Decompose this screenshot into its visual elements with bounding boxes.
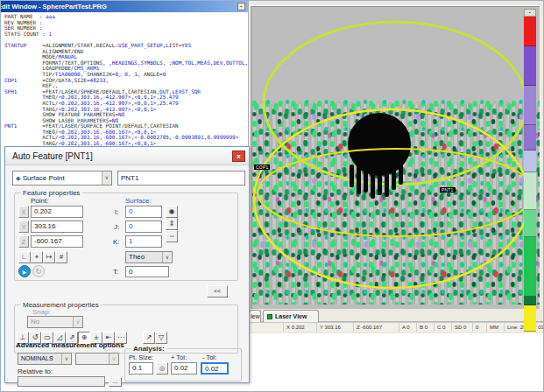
j-input[interactable]: 0 <box>125 220 162 233</box>
j-label: J: <box>114 223 119 231</box>
collapse-button[interactable]: << <box>207 285 228 298</box>
scale-segment <box>524 172 536 210</box>
scale-segment <box>524 297 536 305</box>
tool-icon[interactable]: ⌖ <box>31 251 43 263</box>
test-point-button[interactable]: ▶ <box>18 265 31 277</box>
dialog-titlebar[interactable]: Auto Feature [PNT1] x <box>5 147 249 165</box>
scale-segment <box>524 237 536 297</box>
chevron-down-icon[interactable]: ∨ <box>102 172 111 185</box>
status-cell: B 0 <box>417 323 434 332</box>
cop1-feature-label: COP1 <box>254 164 270 170</box>
nominals-secondary-combo: ∨ <box>75 353 119 365</box>
status-cell: A 0 <box>399 323 417 332</box>
deviation-color-scale: ▪ <box>524 9 536 332</box>
edit-window-titlebar[interactable]: Edit Window - SpherePartTest.PRG <box>1 1 248 12</box>
status-cell: 0 <box>473 323 487 332</box>
chevron-down-icon[interactable]: ∨ <box>61 354 71 364</box>
analysis-view-button[interactable]: ◎ <box>156 362 168 374</box>
scale-segment <box>524 86 536 125</box>
scale-segments <box>524 17 536 332</box>
plus-tol-input[interactable]: 0.02 <box>171 362 197 374</box>
status-cell: Y 303.16 <box>317 323 354 332</box>
plus-tol-label: + Tol: <box>171 354 187 361</box>
tool-icon[interactable]: ⇕ <box>166 218 178 230</box>
advanced-options-heading: Advanced measurement options <box>16 341 124 349</box>
x-input[interactable]: 0.202 <box>31 206 83 218</box>
chevron-down-icon[interactable]: ∨ <box>162 252 172 262</box>
tool-icon[interactable]: ▽ <box>155 332 167 344</box>
laser-scan-scene <box>251 7 540 314</box>
x-chip: X <box>18 206 29 218</box>
scale-segment <box>524 150 536 172</box>
graphics-viewport[interactable]: COP1 PNT1 <box>251 6 540 313</box>
scale-menu-button[interactable]: ▪ <box>524 9 536 17</box>
status-cell: Z -600.167 <box>354 323 399 332</box>
y-input[interactable]: 303.16 <box>31 220 83 233</box>
z-chip: Z <box>18 235 29 248</box>
laser-view-icon <box>267 314 272 319</box>
feature-properties-legend: Feature properties <box>20 189 82 197</box>
analysis-legend: Analysis: <box>131 345 167 353</box>
status-bar: X 0.202Y 303.16Z -600.167A 0B 0C 0SD 00M… <box>249 322 544 332</box>
relative-to-label: Relative to: <box>18 368 53 375</box>
minus-tol-input[interactable]: 0.02 <box>201 362 229 374</box>
analysis-group: Analysis: Pt. Size: + Tol: - Tol: 0.1 ◎ … <box>124 348 242 382</box>
pnt1-feature-label: PNT1 <box>440 187 456 192</box>
code-area[interactable]: PART NAME : aaaREV NUMBER :SER NUMBER :S… <box>1 12 248 146</box>
t-label: T: <box>113 268 118 276</box>
tool-icon[interactable]: ◉ <box>166 206 178 218</box>
point-tools-toolbar: ∟⌖↦# <box>18 251 67 263</box>
pcdmis-screen: Edit Window - SpherePartTest.PRG ▪ PART … <box>0 0 544 392</box>
i-label: I: <box>115 208 118 216</box>
snap-label: Snap: <box>32 308 51 316</box>
point-label: Point: <box>31 197 48 205</box>
measurement-extra-toolbar: ↗▽ <box>143 332 167 344</box>
tool-icon[interactable]: ⇔ <box>166 230 178 242</box>
feature-properties-group: Feature properties Point: Surface: X 0.2… <box>14 192 238 281</box>
status-cell: MM <box>487 323 505 332</box>
k-input[interactable]: 1 <box>125 235 162 248</box>
k-label: K: <box>113 238 120 246</box>
reread-point-button[interactable]: ↻ <box>32 265 45 277</box>
pt-size-input[interactable]: 0.1 <box>129 362 153 374</box>
tab-laser-view[interactable]: Laser View <box>263 310 319 322</box>
edit-window-restore-button[interactable]: ▪ <box>237 3 245 10</box>
tool-icon[interactable]: ∟ <box>18 251 31 263</box>
tool-icon[interactable]: ↦ <box>43 251 55 263</box>
tool-icon[interactable]: ↗ <box>143 332 155 344</box>
edit-window: Edit Window - SpherePartTest.PRG ▪ PART … <box>1 1 249 146</box>
tab-graphic-view[interactable]: iew <box>249 310 261 322</box>
feature-type-combo[interactable]: ◆ Surface Point ∨ <box>12 171 112 186</box>
status-cell <box>249 323 284 332</box>
browse-button[interactable]: ... <box>109 377 122 387</box>
chevron-down-icon: ∨ <box>73 317 82 327</box>
close-icon[interactable]: x <box>232 150 245 162</box>
status-cell: C 0 <box>434 323 452 332</box>
scale-segment <box>524 125 536 150</box>
nominals-combo[interactable]: NOMINALS ∨ <box>18 353 72 365</box>
pt-size-label: Pt. Size: <box>129 354 153 361</box>
code-line: STATS COUNT : 1 <box>4 32 248 38</box>
chevron-down-icon: ∨ <box>109 354 118 364</box>
feature-id-input[interactable]: PNT1 <box>117 171 245 186</box>
tool-icon[interactable]: # <box>55 251 67 263</box>
edit-window-title: Edit Window - SpherePartTest.PRG <box>1 1 107 12</box>
status-cell: SD 0 <box>452 323 473 332</box>
dialog-title: Auto Feature [PNT1] <box>12 151 93 161</box>
scale-segment <box>524 46 536 86</box>
y-chip: Y <box>18 220 29 233</box>
theo-mode-combo[interactable]: Theo ∨ <box>125 251 173 263</box>
scale-segment <box>524 305 536 332</box>
surface-label: Surface: <box>125 197 152 205</box>
z-input[interactable]: -600.167 <box>31 235 83 248</box>
relative-to-field <box>18 376 105 387</box>
status-cell: X 0.202 <box>284 323 317 332</box>
i-input[interactable]: 0 <box>125 206 162 218</box>
surface-point-icon: ◆ <box>16 175 20 181</box>
vector-tools-toolbar: ◉⇕⇔ <box>166 206 180 242</box>
auto-feature-dialog: Auto Feature [PNT1] x ◆ Surface Point ∨ … <box>4 146 250 383</box>
view-tabbar: iew Laser View <box>249 309 544 322</box>
t-input[interactable]: 0 <box>125 266 169 277</box>
snap-combo: No ∨ <box>27 316 83 328</box>
minus-tol-label: - Tol: <box>202 354 216 361</box>
